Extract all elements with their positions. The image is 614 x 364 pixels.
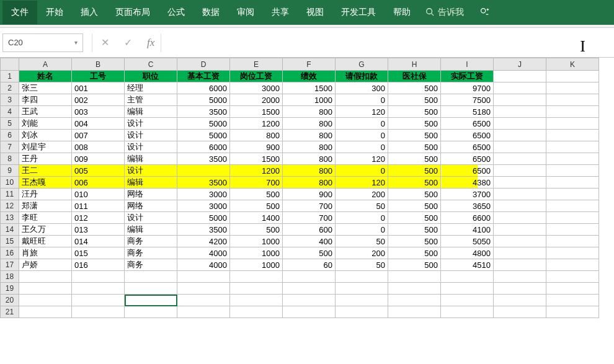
- cell[interactable]: [546, 189, 599, 200]
- cell-id[interactable]: 005: [72, 165, 125, 177]
- cell[interactable]: [230, 295, 283, 306]
- cell[interactable]: [72, 306, 125, 318]
- cell[interactable]: [546, 141, 599, 153]
- col-header-A[interactable]: A: [19, 58, 72, 71]
- cell-leave[interactable]: 50: [336, 236, 388, 247]
- cell[interactable]: [546, 306, 599, 318]
- cell-pos[interactable]: 编辑: [125, 153, 177, 165]
- cell[interactable]: [494, 153, 546, 165]
- cell-net[interactable]: 5180: [441, 106, 494, 118]
- cell[interactable]: [230, 283, 283, 295]
- cell-perf[interactable]: 800: [283, 118, 336, 130]
- cell-leave[interactable]: 0: [336, 212, 388, 224]
- ribbon-tab-9[interactable]: 开发工具: [332, 1, 385, 24]
- cell-id[interactable]: 003: [72, 106, 125, 118]
- cell[interactable]: [494, 200, 546, 212]
- cell-base[interactable]: 5000: [177, 130, 230, 141]
- cell-perf[interactable]: 60: [283, 259, 336, 271]
- cell[interactable]: [494, 94, 546, 106]
- cell-base[interactable]: 3500: [177, 106, 230, 118]
- cell[interactable]: [494, 189, 546, 200]
- cell[interactable]: [494, 259, 546, 271]
- cell[interactable]: [125, 271, 177, 283]
- row-header-7[interactable]: 7: [1, 141, 19, 153]
- cell[interactable]: [336, 271, 388, 283]
- cell[interactable]: [441, 306, 494, 318]
- row-header-12[interactable]: 12: [1, 200, 19, 212]
- cell-name[interactable]: 刘星宇: [19, 141, 72, 153]
- cell-name[interactable]: 戴旺旺: [19, 236, 72, 247]
- cell-id[interactable]: 012: [72, 212, 125, 224]
- cell-net[interactable]: 7500: [441, 94, 494, 106]
- col-header-K[interactable]: K: [546, 58, 599, 71]
- cell-ins[interactable]: 500: [388, 177, 441, 189]
- cell-post[interactable]: 1500: [230, 153, 283, 165]
- col-header-H[interactable]: H: [388, 58, 441, 71]
- ribbon-tab-7[interactable]: 共享: [263, 1, 298, 24]
- cell[interactable]: [230, 271, 283, 283]
- cell[interactable]: [546, 200, 599, 212]
- cell[interactable]: [494, 236, 546, 247]
- cell[interactable]: [125, 295, 177, 306]
- cell[interactable]: [388, 295, 441, 306]
- col-header-J[interactable]: J: [494, 58, 546, 71]
- cell[interactable]: [546, 259, 599, 271]
- cell[interactable]: [441, 295, 494, 306]
- row-header-9[interactable]: 9: [1, 165, 19, 177]
- cell[interactable]: [546, 165, 599, 177]
- cell-ins[interactable]: 500: [388, 200, 441, 212]
- cell[interactable]: [546, 94, 599, 106]
- cell-ins[interactable]: 500: [388, 259, 441, 271]
- ribbon-tab-8[interactable]: 视图: [298, 1, 332, 24]
- header-cell[interactable]: 医社保: [388, 71, 441, 82]
- cell-perf[interactable]: 1500: [283, 82, 336, 94]
- cell-net[interactable]: 6500: [441, 165, 494, 177]
- cell[interactable]: [494, 130, 546, 141]
- cell-pos[interactable]: 主管: [125, 94, 177, 106]
- cell-base[interactable]: 3500: [177, 224, 230, 236]
- cell-name[interactable]: 汪丹: [19, 189, 72, 200]
- cell[interactable]: [336, 306, 388, 318]
- cell[interactable]: [177, 283, 230, 295]
- cell-base[interactable]: 3000: [177, 200, 230, 212]
- cell[interactable]: [546, 283, 599, 295]
- cell-pos[interactable]: 商务: [125, 247, 177, 259]
- cell-ins[interactable]: 500: [388, 189, 441, 200]
- header-cell[interactable]: 绩效: [283, 71, 336, 82]
- header-cell[interactable]: 工号: [72, 71, 125, 82]
- cell-id[interactable]: 001: [72, 82, 125, 94]
- ribbon-tab-1[interactable]: 开始: [37, 1, 72, 24]
- cell-leave[interactable]: 120: [336, 153, 388, 165]
- cell-name[interactable]: 李旺: [19, 212, 72, 224]
- cell[interactable]: [125, 306, 177, 318]
- ribbon-tab-2[interactable]: 插入: [72, 1, 107, 24]
- cell[interactable]: [19, 306, 72, 318]
- cell[interactable]: [546, 82, 599, 94]
- cell-net[interactable]: 3700: [441, 189, 494, 200]
- cell-id[interactable]: 009: [72, 153, 125, 165]
- cell-name[interactable]: 卢娇: [19, 259, 72, 271]
- cell-id[interactable]: 016: [72, 259, 125, 271]
- cell[interactable]: [494, 118, 546, 130]
- cell-net[interactable]: 6600: [441, 212, 494, 224]
- cell[interactable]: [546, 130, 599, 141]
- cell-post[interactable]: 1000: [230, 236, 283, 247]
- cell-id[interactable]: 013: [72, 224, 125, 236]
- formula-input[interactable]: [161, 33, 614, 52]
- cell[interactable]: [494, 212, 546, 224]
- row-header-19[interactable]: 19: [1, 283, 19, 295]
- cell-leave[interactable]: 50: [336, 200, 388, 212]
- cell-post[interactable]: 500: [230, 189, 283, 200]
- cell[interactable]: [546, 212, 599, 224]
- row-header-5[interactable]: 5: [1, 118, 19, 130]
- row-header-3[interactable]: 3: [1, 94, 19, 106]
- cell[interactable]: [177, 271, 230, 283]
- cell-name[interactable]: 刘冰: [19, 130, 72, 141]
- cell[interactable]: [494, 224, 546, 236]
- cell[interactable]: [336, 295, 388, 306]
- cell[interactable]: [283, 295, 336, 306]
- cell-base[interactable]: [177, 165, 230, 177]
- cell-name[interactable]: 王丹: [19, 153, 72, 165]
- cell-post[interactable]: 1000: [230, 247, 283, 259]
- cell-post[interactable]: 1000: [230, 259, 283, 271]
